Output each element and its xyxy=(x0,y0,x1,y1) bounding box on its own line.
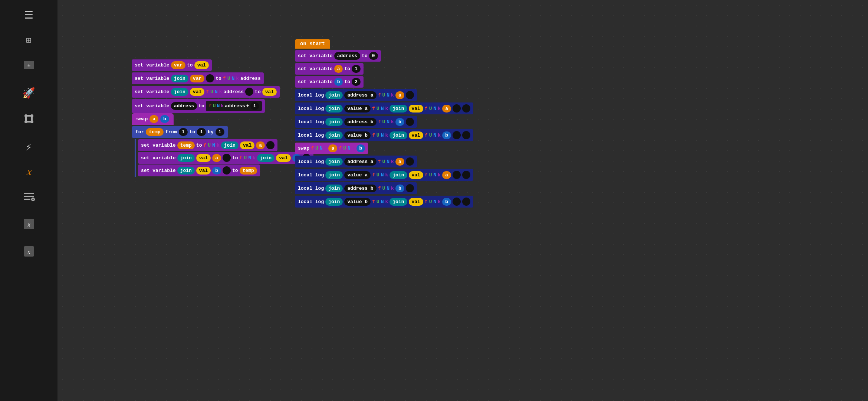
local-log-6[interactable]: local log join value a fUNk join val fUN… xyxy=(295,169,473,181)
sidebar-item-layout[interactable]: ⊞ xyxy=(0,30,57,51)
val-log-2[interactable]: val xyxy=(409,105,423,113)
join-log-4b[interactable]: join xyxy=(389,131,407,139)
two-pill-b2[interactable]: 2 xyxy=(352,78,361,86)
address-b-log-7[interactable]: address b xyxy=(344,185,376,192)
join-pill-2[interactable]: join xyxy=(171,75,188,82)
join-pill-vb2[interactable]: join xyxy=(177,167,195,175)
temp-pill-set[interactable]: temp xyxy=(177,141,195,149)
b-log-3[interactable]: b xyxy=(395,118,404,126)
b-log-4[interactable]: b xyxy=(442,131,451,139)
set-b-2[interactable]: set variable b to 2 xyxy=(295,76,364,88)
for-block[interactable]: for temp from 1 to 1 by 1 xyxy=(132,126,228,138)
join-pill-3[interactable]: join xyxy=(171,88,188,96)
a-log-2[interactable]: a xyxy=(442,105,451,113)
temp-pill-for[interactable]: temp xyxy=(146,128,163,136)
address-a-log-5[interactable]: address a xyxy=(344,158,376,166)
a-log-1[interactable]: a xyxy=(395,91,404,99)
set-variable-vala[interactable]: set variable join val a to fUNk join val… xyxy=(138,152,313,164)
sidebar-item-menu[interactable]: ☰ xyxy=(0,4,57,27)
join-log-2[interactable]: join xyxy=(325,105,343,113)
set-address-0[interactable]: set variable address to 0 xyxy=(295,50,381,62)
from-val-pill[interactable]: 1 xyxy=(179,128,188,136)
sidebar-item-math[interactable]: ± xyxy=(0,54,57,79)
a-pill-1[interactable]: a xyxy=(334,65,343,73)
address-pill-4[interactable]: address xyxy=(171,102,197,110)
var-pill-1[interactable]: var xyxy=(171,61,185,69)
a-log-5[interactable]: a xyxy=(395,158,404,166)
set-a-1[interactable]: set variable a to 1 xyxy=(295,63,364,75)
sidebar-item-launch[interactable]: 🚀 xyxy=(0,82,57,105)
val-log-4[interactable]: val xyxy=(409,131,423,139)
a-pill-va[interactable]: a xyxy=(212,154,221,162)
value-a-log-6[interactable]: value a xyxy=(344,171,371,179)
set-variable-valb[interactable]: set variable join val b to temp xyxy=(138,164,260,176)
join-log-6b[interactable]: join xyxy=(389,171,407,179)
local-log-7[interactable]: local log join address b fUNk b xyxy=(295,182,417,194)
a-swap-inline[interactable]: a xyxy=(328,144,337,152)
set-variable-block-2[interactable]: set variable join var to fUNk address xyxy=(132,72,264,84)
a-log-6[interactable]: a xyxy=(442,171,451,179)
set-variable-temp[interactable]: set variable temp to fUNk join val a xyxy=(138,139,277,151)
address-a-log-1[interactable]: address a xyxy=(344,91,376,99)
val-pill-1[interactable]: val xyxy=(194,61,209,69)
temp-pill-vb2[interactable]: temp xyxy=(240,167,257,175)
b-pill-swap[interactable]: b xyxy=(160,115,169,123)
swap-inline-block[interactable]: swap fUNk a fUNk b xyxy=(295,143,368,154)
b-pill-2[interactable]: b xyxy=(334,78,343,86)
one-pill-4[interactable]: 1 xyxy=(250,102,259,110)
set-variable-block-1[interactable]: set variable var to val xyxy=(132,59,212,71)
join-log-3[interactable]: join xyxy=(325,118,343,126)
on-start-block[interactable]: on start xyxy=(295,39,330,49)
join-pill-va[interactable]: join xyxy=(177,154,195,162)
val-pill-va[interactable]: val xyxy=(196,154,211,162)
val-log-8[interactable]: val xyxy=(409,198,423,206)
value-b-log-4[interactable]: value b xyxy=(344,131,371,139)
sidebar-item-list[interactable]: + xyxy=(0,185,57,210)
sidebar-item-variables[interactable]: 𝑥 xyxy=(0,162,57,182)
local-log-8[interactable]: local log join value b fUNk join val fUN… xyxy=(295,196,473,208)
b-pill-vb2[interactable]: b xyxy=(212,167,221,175)
join-pill-t1[interactable]: join xyxy=(221,141,239,149)
val-pill-t1[interactable]: val xyxy=(240,141,254,149)
local-log-1[interactable]: local log join address a fUNk a xyxy=(295,89,417,101)
swap-block-header[interactable]: swap a b xyxy=(132,113,174,125)
val-log-6[interactable]: val xyxy=(409,171,423,179)
sidebar-item-x2[interactable]: x xyxy=(0,240,57,265)
join-pill-vb[interactable]: join xyxy=(257,154,274,162)
set-variable-block-4[interactable]: set variable address to fUNk address + 1 xyxy=(132,99,265,113)
sidebar-item-events[interactable]: ⚡ xyxy=(0,136,57,159)
set-variable-block-3[interactable]: set variable join val fUNk address to va… xyxy=(132,86,280,98)
var-pill-2[interactable]: var xyxy=(190,75,204,82)
zero-pill[interactable]: 0 xyxy=(369,52,378,60)
address-pill-0[interactable]: address xyxy=(334,52,361,60)
val-pill-vb[interactable]: val xyxy=(276,154,290,162)
val-pill-3a[interactable]: val xyxy=(190,88,204,96)
a-pill-swap[interactable]: a xyxy=(149,115,158,123)
b-log-8[interactable]: b xyxy=(442,198,451,206)
join-log-8b[interactable]: join xyxy=(389,198,407,206)
value-a-log-2[interactable]: value a xyxy=(344,105,371,113)
val-pill-vb2[interactable]: val xyxy=(196,167,211,175)
a-pill-t1[interactable]: a xyxy=(256,141,265,149)
join-log-7[interactable]: join xyxy=(325,185,343,192)
join-log-5[interactable]: join xyxy=(325,158,343,166)
b-swap-inline[interactable]: b xyxy=(356,144,365,152)
join-log-2b[interactable]: join xyxy=(389,105,407,113)
value-b-log-8[interactable]: value b xyxy=(344,198,371,206)
join-log-4[interactable]: join xyxy=(325,131,343,139)
local-log-4[interactable]: local log join value b fUNk join val fUN… xyxy=(295,129,473,141)
to-val-pill[interactable]: 1 xyxy=(197,128,206,136)
val-pill-3b[interactable]: val xyxy=(262,88,277,96)
one-pill-a1[interactable]: 1 xyxy=(352,65,361,73)
join-log-1[interactable]: join xyxy=(325,91,343,99)
by-val-pill[interactable]: 1 xyxy=(216,128,224,136)
local-log-3[interactable]: local log join address b fUNk b xyxy=(295,116,417,128)
b-log-7[interactable]: b xyxy=(395,185,404,192)
local-log-2[interactable]: local log join value a fUNk join val fUN… xyxy=(295,102,473,114)
sidebar-item-connect[interactable] xyxy=(0,108,57,133)
join-log-6[interactable]: join xyxy=(325,171,343,179)
sidebar-item-x1[interactable]: x xyxy=(0,213,57,237)
address-b-log-3[interactable]: address b xyxy=(344,118,376,126)
local-log-5[interactable]: local log join address a fUNk a xyxy=(295,156,417,167)
join-log-8[interactable]: join xyxy=(325,198,343,206)
